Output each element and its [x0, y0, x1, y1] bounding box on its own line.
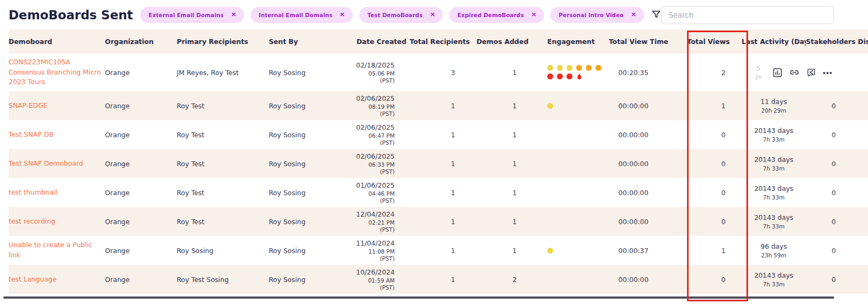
- column-header-date-created[interactable]: Date Created: [354, 29, 410, 54]
- cell-engagement: [533, 54, 609, 91]
- more-button[interactable]: •••: [823, 69, 833, 76]
- cell-last-activity: 20143 days7h 33m: [742, 120, 806, 149]
- demoboard-link[interactable]: test recording: [9, 217, 57, 227]
- filter-chip-label: Test DemoBoards: [367, 12, 422, 18]
- chip-remove-icon[interactable]: ✕: [231, 12, 236, 18]
- cell-total-recipients: 3: [410, 54, 472, 91]
- table-row: Unable to create a Public linkOrangeRoy …: [9, 236, 868, 265]
- cell-sent-by: Roy Sosing: [269, 91, 354, 120]
- engagement-dot-row: [547, 248, 609, 254]
- cell-last-activity: 20143 days7h 33m: [742, 178, 806, 207]
- cell-total-views: 0: [668, 149, 742, 178]
- column-header-total-view-time[interactable]: Total View Time: [609, 29, 668, 54]
- filter-chip: Test DemoBoards✕: [359, 7, 443, 23]
- view-analytics-button[interactable]: [773, 68, 782, 77]
- last-activity-hours: 2h: [742, 74, 775, 81]
- engagement-dot-yellow: [547, 248, 553, 254]
- cell-total-view-time: 00:00:00: [609, 91, 668, 120]
- copy-link-button[interactable]: [789, 68, 799, 78]
- cell-sent-by: Roy Sosing: [269, 236, 354, 265]
- table-header-row: DemoboardOrganizationPrimary RecipientsS…: [9, 29, 868, 54]
- column-header-primary-recipients[interactable]: Primary Recipients: [177, 29, 269, 54]
- cell-total-view-time: 00:00:00: [609, 149, 668, 178]
- date-value: 01/06/2025: [354, 181, 395, 190]
- date-value: 12/04/2024: [354, 210, 395, 219]
- table-row: Test SNAP DemoboardOrangeRoy TestRoy Sos…: [9, 149, 868, 178]
- table-row: test LanguageOrangeRoy Test SosingRoy So…: [9, 265, 868, 294]
- horizontal-scrollbar[interactable]: [3, 296, 834, 299]
- column-header-organization[interactable]: Organization: [105, 29, 177, 54]
- column-header-total-recipients[interactable]: Total Recipients: [410, 29, 472, 54]
- chip-remove-icon[interactable]: ✕: [631, 12, 636, 18]
- column-header-sent-by[interactable]: Sent By: [269, 29, 354, 54]
- chip-remove-icon[interactable]: ✕: [430, 12, 435, 18]
- page-title: DemoBoards Sent: [9, 8, 133, 22]
- demoboard-link[interactable]: Unable to create a Public link: [9, 240, 105, 261]
- cell-demoboard: Unable to create a Public link: [9, 236, 105, 265]
- filter-chip-label: External Email Domains: [148, 12, 223, 18]
- demoboard-link[interactable]: test thumbnail: [9, 188, 59, 198]
- cell-engagement: [533, 120, 609, 149]
- time-value: 01:59 AM (PST): [354, 277, 395, 291]
- cell-recipients: Roy Test Sosing: [177, 265, 269, 294]
- stakeholders-value: 0: [832, 102, 836, 110]
- cell-demos-added: 2: [472, 265, 533, 294]
- engagement-dot-orange: [586, 65, 592, 71]
- cell-stakeholders: 0: [806, 236, 868, 265]
- cell-demoboard: test Language: [9, 265, 105, 294]
- column-header-demos-added[interactable]: Demos Added: [472, 29, 533, 54]
- chip-remove-icon[interactable]: ✕: [340, 12, 345, 18]
- cell-date-created: 10/26/202401:59 AM (PST): [354, 265, 410, 294]
- demoboard-link[interactable]: test Language: [9, 275, 59, 285]
- filter-icon[interactable]: [652, 10, 661, 19]
- date-value: 11/04/2024: [354, 239, 395, 248]
- column-header-total-views[interactable]: Total Views: [668, 29, 742, 54]
- last-activity-days: 20143 days: [742, 184, 806, 193]
- top-bar: DemoBoards Sent External Email Domains✕I…: [0, 0, 868, 29]
- column-header-stakeholders[interactable]: Stakeholders Disc…: [806, 29, 868, 54]
- demoboard-link[interactable]: Test SNAP Demoboard: [9, 159, 85, 169]
- cell-recipients: JM Reyes, Roy Test: [177, 54, 269, 91]
- column-header-last-activity[interactable]: Last Activity (Days): [742, 29, 806, 54]
- cell-stakeholders: 0: [806, 265, 868, 294]
- filter-chip: Personal Intro Video✕: [550, 7, 644, 23]
- demoboard-link[interactable]: SNAP-EDGE: [9, 101, 50, 111]
- filter-chips: External Email Domains✕Internal Email Do…: [140, 7, 644, 23]
- search-input[interactable]: [661, 6, 834, 24]
- cell-demos-added: 1: [472, 236, 533, 265]
- filter-chip: Expired DemoBoards✕: [449, 7, 544, 23]
- flame-icon: [576, 73, 582, 80]
- engagement-dot-row: [547, 103, 609, 109]
- cell-total-recipients: 1: [410, 149, 472, 178]
- engagement-dot-yellow: [547, 103, 553, 109]
- stakeholders-value: 0: [832, 247, 836, 255]
- engagement-dot-red: [547, 73, 553, 79]
- share-button[interactable]: [806, 68, 816, 77]
- cell-recipients: Roy Test: [177, 149, 269, 178]
- demoboard-link[interactable]: Test SNAP DB: [9, 130, 56, 140]
- last-activity-hours: 7h 33m: [742, 223, 806, 230]
- engagement-dot-yellow: [557, 65, 563, 71]
- cell-total-views: 0: [668, 178, 742, 207]
- filter-chip: External Email Domains✕: [140, 7, 244, 23]
- cell-date-created: 02/06/202508:19 PM (PST): [354, 91, 410, 120]
- date-value: 02/18/2025: [354, 61, 395, 70]
- cell-engagement: [533, 207, 609, 236]
- cell-total-view-time: 00:00:37: [609, 236, 668, 265]
- ellipsis-icon: •••: [823, 69, 833, 76]
- cell-date-created: 02/18/202505:06 PM (PST): [354, 54, 410, 91]
- column-header-demoboard[interactable]: Demoboard: [9, 29, 105, 54]
- cell-demos-added: 1: [472, 91, 533, 120]
- cell-last-activity: 96 days23h 59m: [742, 236, 806, 265]
- cell-stakeholders: 0: [806, 149, 868, 178]
- demoboards-sent-page: DemoBoards Sent External Email Domains✕I…: [0, 0, 868, 304]
- cell-recipients: Roy Test: [177, 178, 269, 207]
- cell-total-recipients: 1: [410, 178, 472, 207]
- column-header-engagement[interactable]: Engagement: [533, 29, 609, 54]
- cell-total-recipients: 1: [410, 236, 472, 265]
- cell-total-views: 1: [668, 91, 742, 120]
- cell-last-activity: 20143 days7h 33m: [742, 149, 806, 178]
- demoboards-table: DemoboardOrganizationPrimary RecipientsS…: [9, 29, 868, 294]
- chip-remove-icon[interactable]: ✕: [531, 12, 536, 18]
- demoboard-link[interactable]: CONS223MIC105A Consensus Branching Micro…: [9, 57, 105, 87]
